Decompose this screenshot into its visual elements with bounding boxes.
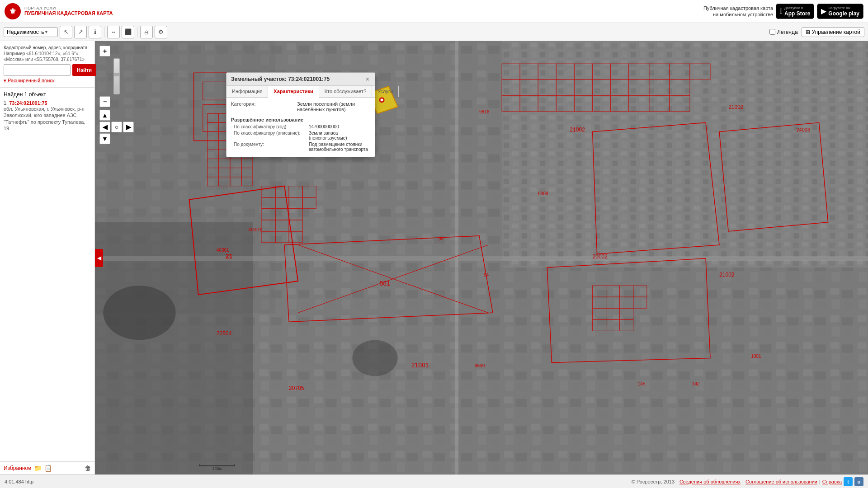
svg-rect-120 xyxy=(620,286,633,297)
svg-rect-131 xyxy=(620,319,633,331)
googleplay-label: Загрузите на Google play xyxy=(828,6,859,17)
collapse-panel-btn[interactable]: ◀ xyxy=(95,249,103,267)
mobile-promo-text: Публичная кадастровая карта на мобильном… xyxy=(703,5,773,18)
svg-text:21002: 21002 xyxy=(570,127,585,133)
vk-btn[interactable]: в xyxy=(854,477,863,486)
svg-rect-33 xyxy=(208,141,219,150)
appstore-button[interactable]:  Доступно в App Store xyxy=(776,4,814,19)
classifier-code-row: По классификатору (код): 147000000000 xyxy=(231,124,370,129)
googleplay-name: Google play xyxy=(828,10,859,17)
result-id[interactable]: 73:24:021001:75 xyxy=(9,100,47,106)
zoom-out-btn[interactable]: − xyxy=(99,96,110,107)
north-icon: ▲ xyxy=(102,112,108,119)
svg-rect-83 xyxy=(502,80,520,95)
svg-rect-82 xyxy=(611,64,629,80)
map-manage-button[interactable]: ⊞ Управление картой xyxy=(802,27,864,37)
svg-rect-91 xyxy=(520,95,538,111)
area-tool-btn[interactable]: ⬛ xyxy=(122,26,134,38)
logo-text: ПОРТАЛ УСЛУГ ПУБЛИЧНАЯ КАДАСТРОВАЯ КАРТА xyxy=(24,6,113,16)
pan-west-btn[interactable]: ◀ xyxy=(99,122,110,132)
tab-information[interactable]: Информация xyxy=(226,86,268,97)
logo-emblem: ⚜ xyxy=(5,3,21,19)
search-hint-line2: Например «61.6:10104:12», «61.6°», xyxy=(4,51,80,56)
pan-center-btn[interactable]: ○ xyxy=(111,122,122,132)
zoom-bar[interactable] xyxy=(113,58,120,94)
statusbar-right: © Росреестр, 2013 | Сведения об обновлен… xyxy=(632,477,863,486)
search-button[interactable]: Найти xyxy=(72,64,96,76)
svg-rect-58 xyxy=(289,186,302,197)
svg-rect-104 xyxy=(629,95,649,111)
svg-rect-66 xyxy=(289,209,302,220)
tab-characteristics[interactable]: Характеристики xyxy=(268,86,319,98)
svg-rect-80 xyxy=(574,64,592,80)
svg-text:6888: 6888 xyxy=(538,191,548,196)
favorites-add-btn[interactable]: 📁 xyxy=(34,465,42,472)
statusbar-sep3: | xyxy=(819,479,821,484)
svg-rect-130 xyxy=(606,319,620,331)
zoom-handle xyxy=(114,73,119,76)
header: ⚜ ПОРТАЛ УСЛУГ ПУБЛИЧНАЯ КАДАСТРОВАЯ КАР… xyxy=(0,0,868,23)
help-link[interactable]: Справка xyxy=(822,479,842,484)
copyright-text: © Росреестр, 2013 xyxy=(632,479,675,484)
license-link[interactable]: Соглашение об использовании xyxy=(745,479,817,484)
twitter-btn[interactable]: t xyxy=(844,477,853,486)
south-icon: ▼ xyxy=(102,135,108,142)
pan-north-btn[interactable]: ▲ xyxy=(99,110,110,121)
svg-rect-37 xyxy=(208,150,219,159)
svg-rect-89 xyxy=(611,80,629,95)
svg-rect-84 xyxy=(520,80,538,95)
svg-point-134 xyxy=(381,99,383,101)
measure-tool-btn[interactable]: ↔ xyxy=(107,26,120,38)
results-count: Найден 1 объект xyxy=(4,91,91,98)
svg-rect-43 xyxy=(230,159,241,168)
statusbar-sep2: | xyxy=(742,479,744,484)
favorites-delete-btn[interactable]: 🗑 xyxy=(85,465,91,472)
svg-rect-99 xyxy=(670,64,690,80)
tab-who-serves[interactable]: Кто обслуживает? xyxy=(319,86,373,97)
select-tool-btn[interactable]: ↗ xyxy=(74,26,87,38)
svg-line-136 xyxy=(298,245,488,313)
svg-rect-70 xyxy=(262,231,275,243)
popup-close-button[interactable]: × xyxy=(365,75,370,83)
svg-rect-46 xyxy=(219,168,230,177)
svg-rect-97 xyxy=(629,64,649,80)
googleplay-button[interactable]: ▶ Загрузите на Google play xyxy=(817,4,863,19)
pan-east-btn[interactable]: ▶ xyxy=(123,122,134,132)
layer-select[interactable]: Недвижимость ▼ xyxy=(4,27,58,37)
legend-checkbox[interactable] xyxy=(769,29,775,35)
googleplay-available: Загрузите на xyxy=(828,6,859,10)
svg-rect-72 xyxy=(289,231,302,243)
version-text: 4.01.484 xyxy=(5,479,24,484)
result-item[interactable]: 1. 73:24:021001:75 обл. Ульяновская, г. … xyxy=(4,100,91,131)
updates-link[interactable]: Сведения об обновлениях xyxy=(679,479,741,484)
map-area[interactable]: 21 40301 xyxy=(95,41,868,474)
toolbar-separator-1 xyxy=(104,27,104,38)
svg-point-133 xyxy=(379,97,385,103)
search-hint: Кадастровый номер, адрес, координата: На… xyxy=(4,45,91,62)
pan-south-btn[interactable]: ▼ xyxy=(99,133,110,144)
svg-rect-87 xyxy=(574,80,592,95)
info-icon: ℹ xyxy=(94,28,96,35)
tab-services[interactable]: Услуги xyxy=(372,86,399,97)
svg-rect-63 xyxy=(302,197,316,209)
toolbar-separator-2 xyxy=(137,27,137,38)
appstore-name: App Store xyxy=(784,10,810,17)
favorites-label[interactable]: Избранное xyxy=(4,465,31,471)
portal-label: ПОРТАЛ УСЛУГ xyxy=(24,6,113,10)
search-input[interactable] xyxy=(4,64,71,76)
info-tool-btn[interactable]: ℹ xyxy=(89,26,101,38)
svg-rect-119 xyxy=(606,286,620,297)
favorites-list-btn[interactable]: 📋 xyxy=(44,465,52,472)
svg-rect-79 xyxy=(556,64,574,80)
svg-text:1001: 1001 xyxy=(751,354,761,359)
svg-point-14 xyxy=(103,286,175,340)
zoom-in-btn[interactable]: + xyxy=(99,46,110,56)
svg-rect-11 xyxy=(502,41,868,267)
print-btn[interactable]: 🖨 xyxy=(140,26,153,38)
advanced-search-link[interactable]: ▾ Расширенный поиск xyxy=(4,78,91,84)
settings-btn[interactable]: ⚙ xyxy=(155,26,167,38)
navigate-tool-btn[interactable]: ↖ xyxy=(60,26,72,38)
legend-checkbox-label[interactable]: Легенда xyxy=(769,29,798,35)
scale-bar: 100м xyxy=(199,465,235,471)
navigate-icon: ↖ xyxy=(64,28,69,35)
